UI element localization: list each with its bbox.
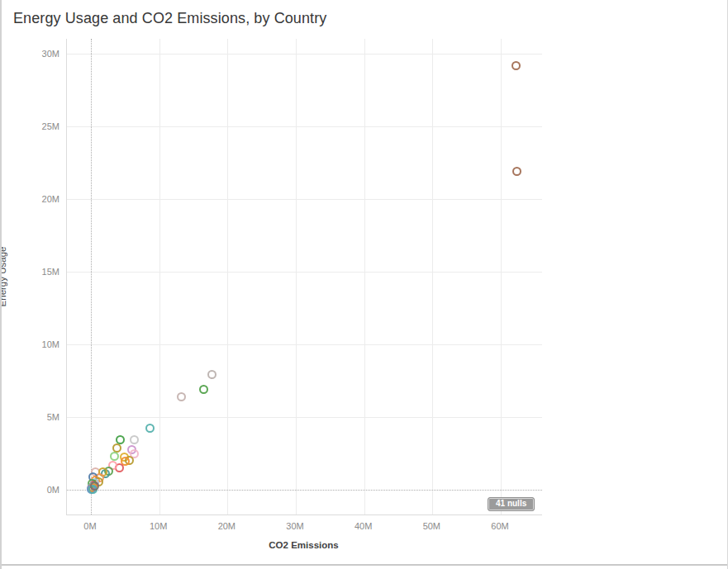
x-gridline: [501, 39, 502, 514]
x-tick-label: 50M: [411, 521, 452, 531]
null-values-indicator[interactable]: 41 nulls: [488, 497, 535, 511]
y-gridline: [67, 272, 542, 273]
y-gridline: [67, 199, 542, 200]
x-tick-label: 20M: [206, 521, 247, 531]
x-zero-line: [91, 39, 92, 514]
chart-title: Energy Usage and CO2 Emissions, by Count…: [13, 10, 326, 27]
x-tick-label: 10M: [138, 521, 179, 531]
y-tick-label: 0M: [26, 485, 59, 495]
y-tick-label: 10M: [26, 339, 59, 349]
data-point[interactable]: [130, 435, 139, 444]
data-point[interactable]: [512, 61, 521, 70]
x-tick-label: 0M: [69, 521, 111, 531]
y-tick-label: 5M: [26, 412, 59, 422]
y-gridline: [67, 344, 542, 345]
x-gridline: [364, 39, 365, 514]
y-tick-label: 20M: [26, 194, 59, 204]
x-gridline: [296, 39, 297, 514]
x-axis-title: CO2 Emissions: [236, 540, 372, 550]
x-gridline: [159, 39, 160, 514]
y-gridline: [67, 417, 542, 418]
data-point[interactable]: [90, 481, 99, 491]
tableau-sheet-window: Energy Usage and CO2 Emissions, by Count…: [0, 0, 728, 569]
y-tick-label: 25M: [26, 121, 59, 131]
scatter-plot-area[interactable]: [66, 39, 542, 515]
y-gridline: [67, 54, 542, 55]
y-tick-label: 30M: [26, 49, 59, 59]
data-point[interactable]: [512, 167, 521, 176]
data-point[interactable]: [145, 424, 155, 433]
y-gridline: [67, 126, 542, 127]
y-zero-line: [67, 490, 542, 491]
data-point[interactable]: [116, 435, 125, 444]
y-tick-label: 15M: [26, 267, 59, 277]
data-point[interactable]: [110, 452, 119, 461]
data-point[interactable]: [199, 385, 208, 394]
x-gridline: [432, 39, 433, 514]
data-point[interactable]: [207, 370, 216, 379]
window-bottom-edge: [2, 564, 727, 566]
x-tick-label: 40M: [343, 521, 384, 531]
x-tick-label: 60M: [479, 521, 521, 531]
x-gridline: [227, 39, 228, 514]
x-tick-label: 30M: [274, 521, 316, 531]
y-axis-title: Energy Usage: [0, 247, 7, 307]
data-point[interactable]: [177, 392, 186, 401]
